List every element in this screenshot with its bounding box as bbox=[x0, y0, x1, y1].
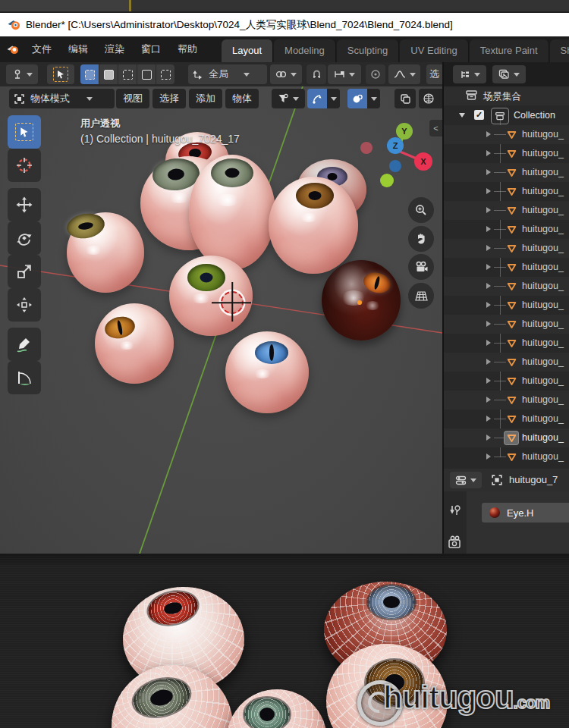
overlays-toggle[interactable] bbox=[347, 89, 367, 108]
outliner-item[interactable]: huitugou_ bbox=[444, 372, 569, 391]
expand-arrow-icon[interactable] bbox=[486, 245, 491, 251]
mesh-data-icon[interactable] bbox=[505, 147, 518, 160]
mesh-data-icon[interactable] bbox=[505, 242, 518, 255]
menu-select[interactable]: 选择 bbox=[152, 89, 186, 108]
menu-edit[interactable]: 编辑 bbox=[65, 36, 91, 62]
outliner-item[interactable]: huitugou_ bbox=[444, 296, 569, 315]
editor-type-selector[interactable] bbox=[6, 64, 38, 84]
menu-render[interactable]: 渲染 bbox=[102, 36, 127, 62]
collection-checkbox[interactable]: ✓ bbox=[474, 110, 484, 120]
select-mode-invert[interactable] bbox=[137, 64, 156, 84]
expand-arrow-icon[interactable] bbox=[486, 150, 491, 156]
tool-select-box[interactable] bbox=[8, 115, 41, 149]
tab-render-icon[interactable] bbox=[448, 535, 463, 549]
expand-arrow-icon[interactable] bbox=[486, 378, 491, 384]
transform-orientation-dropdown[interactable]: 全局 bbox=[188, 64, 267, 84]
eyeball-hazel-iris[interactable] bbox=[67, 212, 144, 293]
menu-view[interactable]: 视图 bbox=[116, 89, 149, 108]
tab-tool-icon[interactable] bbox=[448, 504, 462, 517]
gizmo-axis-z[interactable]: Z bbox=[387, 137, 404, 154]
outliner-item[interactable]: huitugou_ bbox=[444, 182, 569, 201]
tab-texture-paint[interactable]: Texture Paint bbox=[470, 39, 549, 62]
gizmos-toggle[interactable] bbox=[307, 89, 327, 108]
active-tool-button[interactable] bbox=[47, 64, 74, 84]
outliner-filter-dropdown[interactable] bbox=[492, 65, 526, 83]
gizmo-axis-y-neg[interactable] bbox=[380, 174, 394, 187]
expand-arrow-icon[interactable] bbox=[486, 359, 491, 365]
mesh-data-icon[interactable] bbox=[505, 356, 518, 369]
expand-arrow-icon[interactable] bbox=[486, 302, 491, 308]
mesh-data-icon[interactable] bbox=[505, 318, 518, 331]
gizmo-axis-y[interactable]: Y bbox=[396, 123, 413, 140]
breadcrumb-object-name[interactable]: huitugou_7 bbox=[509, 474, 558, 485]
outliner-item[interactable]: huitugou_ bbox=[444, 334, 569, 353]
expand-arrow-icon[interactable] bbox=[486, 207, 491, 213]
expand-arrow-icon[interactable] bbox=[486, 169, 491, 175]
mesh-data-icon[interactable] bbox=[505, 204, 518, 217]
menu-file[interactable]: 文件 bbox=[29, 36, 55, 62]
outliner-item[interactable]: huitugou_ bbox=[444, 277, 569, 296]
sidebar-toggle[interactable]: < bbox=[429, 120, 442, 136]
eyeball-orange-cat-iris[interactable] bbox=[95, 303, 174, 384]
outliner-item[interactable]: huitugou_ bbox=[444, 239, 569, 258]
visibility-filter-dropdown[interactable] bbox=[272, 89, 305, 108]
menu-object[interactable]: 物体 bbox=[225, 89, 259, 108]
mesh-data-icon[interactable] bbox=[505, 261, 518, 274]
viewport-3d[interactable]: Y Z X < 物体模式 视图 选择 添加 物体 bbox=[0, 86, 442, 554]
outliner-item[interactable]: huitugou_ bbox=[444, 391, 569, 410]
tab-shading[interactable]: Sha bbox=[550, 39, 569, 62]
blender-app-icon[interactable] bbox=[6, 42, 20, 56]
mesh-data-icon[interactable] bbox=[505, 280, 518, 293]
pivot-point-dropdown[interactable] bbox=[270, 64, 302, 84]
mesh-data-icon[interactable] bbox=[505, 450, 518, 463]
material-slot-eye-h[interactable]: Eye.H bbox=[482, 503, 569, 522]
outliner-item[interactable]: huitugou_ bbox=[444, 201, 569, 220]
outliner-item[interactable]: huitugou_ bbox=[444, 315, 569, 334]
eyeball-brown-iris[interactable] bbox=[269, 177, 358, 274]
camera-view-button[interactable] bbox=[408, 254, 434, 280]
select-mode-intersect[interactable] bbox=[156, 64, 174, 84]
expand-arrow-icon[interactable] bbox=[486, 188, 491, 194]
expand-arrow-icon[interactable] bbox=[486, 226, 491, 232]
tool-rotate[interactable] bbox=[8, 221, 41, 255]
tool-move[interactable] bbox=[8, 188, 41, 221]
outliner-item[interactable]: huitugou_ bbox=[444, 258, 569, 277]
zoom-button[interactable] bbox=[408, 197, 434, 223]
snap-target-dropdown[interactable] bbox=[328, 64, 361, 84]
expand-arrow-icon[interactable] bbox=[486, 416, 491, 422]
outliner-item[interactable]: huitugou_ bbox=[444, 220, 569, 239]
snap-toggle[interactable] bbox=[307, 64, 326, 84]
outliner-item-selected[interactable]: huitugou_ bbox=[444, 428, 569, 447]
orthographic-toggle-button[interactable] bbox=[408, 283, 434, 309]
gizmo-axis-z-neg[interactable] bbox=[389, 160, 401, 172]
outliner-item[interactable]: huitugou_ bbox=[444, 144, 569, 163]
expand-arrow-icon[interactable] bbox=[486, 435, 491, 441]
select-mode-subtract[interactable] bbox=[118, 64, 137, 84]
menu-add[interactable]: 添加 bbox=[189, 89, 222, 108]
select-mode-set[interactable] bbox=[80, 64, 99, 84]
expand-arrow-icon[interactable] bbox=[486, 340, 491, 346]
expand-arrow-icon[interactable] bbox=[486, 264, 491, 270]
tab-modeling[interactable]: Modeling bbox=[274, 39, 336, 62]
mesh-data-icon[interactable] bbox=[505, 185, 518, 198]
select-mode-extend[interactable] bbox=[99, 64, 118, 84]
expand-arrow-icon[interactable] bbox=[486, 321, 491, 327]
pan-button[interactable] bbox=[408, 226, 434, 252]
properties-editor-dropdown[interactable] bbox=[450, 472, 482, 488]
expand-arrow-icon[interactable] bbox=[486, 283, 491, 289]
tool-annotate[interactable] bbox=[8, 328, 41, 361]
mode-dropdown[interactable]: 物体模式 bbox=[9, 89, 115, 108]
mesh-data-icon[interactable] bbox=[505, 337, 518, 350]
shading-solid-button[interactable] bbox=[439, 89, 442, 108]
mesh-data-icon[interactable] bbox=[505, 223, 518, 236]
outliner-item[interactable]: huitugou_ bbox=[444, 125, 569, 144]
tool-scale[interactable] bbox=[8, 255, 41, 288]
outliner-scene-collection[interactable]: 场景集合 bbox=[444, 86, 569, 105]
options-button[interactable]: 选 bbox=[426, 64, 442, 84]
overlays-dropdown[interactable] bbox=[367, 89, 380, 108]
gizmos-dropdown[interactable] bbox=[327, 89, 340, 108]
tool-measure[interactable] bbox=[8, 361, 41, 394]
mesh-data-icon[interactable] bbox=[505, 413, 518, 425]
mesh-data-icon[interactable] bbox=[505, 394, 518, 406]
mesh-data-icon[interactable] bbox=[505, 299, 518, 312]
